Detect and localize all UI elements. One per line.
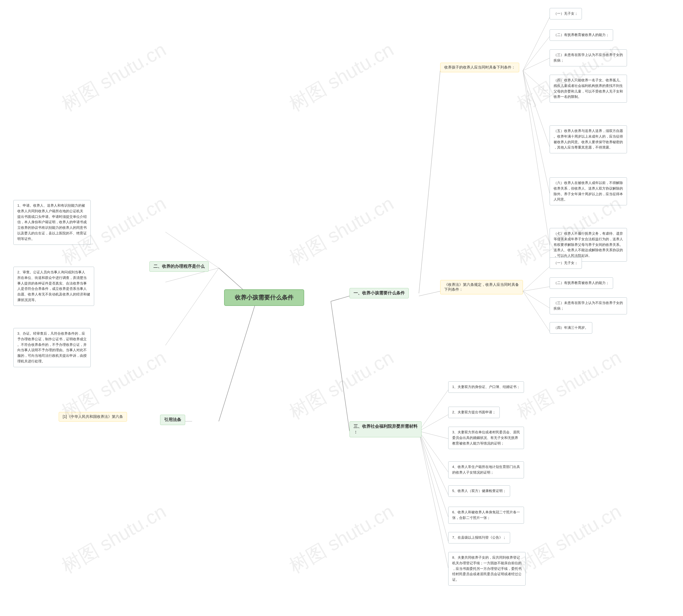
branch-2: 二、收养的办理程序是什么: [149, 261, 209, 272]
leaf-1-2: （二）有抚养教育被收养人的能力；: [550, 29, 613, 41]
leaf-1-1: （一）无子女；: [550, 8, 582, 20]
leaf-2-4: （四）年满三十周岁。: [550, 322, 592, 334]
leaf-b3-2: 2、夫妻双方提出书面申请；: [448, 407, 500, 418]
watermark-text: 树图 shutu.cn: [512, 499, 626, 579]
sub-2: 《收养法》第六条规定，收养人应当同时具备 下列条件：: [440, 280, 523, 294]
svg-line-16: [523, 291, 550, 331]
svg-line-27: [419, 431, 448, 568]
svg-line-14: [523, 287, 550, 291]
leaf-b2-2: 2、审查。公证人员向当事人询问或到当事人 所在单位、街道和群众中进行调查，弄清楚…: [13, 267, 94, 306]
svg-line-11: [523, 71, 550, 193]
leaf-b2-3: 3、办证。经审查后，凡符合收养条件的，应 予办理收养公证，制作公证书，证明收养成…: [13, 328, 91, 367]
watermark-text: 树图 shutu.cn: [512, 345, 626, 425]
svg-line-25: [419, 431, 448, 517]
svg-line-20: [419, 390, 448, 431]
leaf-1-6: （六）收养人在被收养人成年以前，不得解除 收养关系，但收养人、送养人双方协议解除…: [550, 177, 627, 205]
svg-line-4: [419, 71, 440, 293]
watermark-text: 树图 shutu.cn: [285, 499, 398, 579]
svg-line-22: [419, 431, 448, 439]
mind-map-canvas: 树图 shutu.cn 树图 shutu.cn 树图 shutu.cn 树图 s…: [0, 0, 683, 616]
leaf-2-1: （一）无子女；: [550, 257, 582, 269]
watermark-text: 树图 shutu.cn: [57, 37, 171, 117]
leaf-b3-7: 7、在县级以上报纸刊登《公告》；: [448, 532, 510, 544]
svg-line-5: [419, 291, 440, 296]
citation-branch: 引用法条: [160, 415, 185, 425]
leaf-1-7: （七）收养人不履行抚养义务，有虐待、遗弃 等侵害未成年养子女合法权益行为的，送养…: [550, 228, 627, 262]
leaf-b3-6: 6、收养人和被收养人单身免冠二寸照片各一 张，合影二寸照片一张；: [448, 507, 524, 524]
svg-line-12: [523, 71, 550, 245]
svg-line-24: [419, 431, 448, 495]
svg-line-9: [523, 71, 550, 95]
svg-line-23: [419, 431, 448, 472]
branch-1: 一、收养小孩需要什么条件: [349, 288, 409, 299]
svg-line-21: [419, 415, 448, 431]
branch-3: 三、收养社会福利院弃婴所需材料 ：: [349, 421, 422, 437]
leaf-b3-8: 8、夫妻共同收养子女的，应共同到收养登记 机关办理登记手续；一方因故不能亲自前往…: [448, 552, 526, 586]
leaf-1-4: （四）收养人只能收养一名子女。收养孤儿、 残疾儿童或者社会福利机构抚养的查找不到…: [550, 75, 627, 103]
leaf-b3-1: 1、夫妻双方的身份证、户口簿、结婚证书；: [448, 381, 524, 393]
svg-line-10: [523, 71, 550, 147]
leaf-1-5: （五）收养人收养与送养人送养，须双方自愿 。收养年满十周岁以上未成年人的，应当征…: [550, 125, 627, 153]
leaf-b3-5: 5、收养人（双方）健康检查证明；: [448, 485, 510, 497]
center-node: 收养小孩需要什么条件: [224, 289, 304, 306]
svg-line-7: [523, 37, 550, 71]
svg-line-0: [331, 296, 349, 301]
citation-label: [1]《中华人民共和国收养法》第六条: [59, 412, 127, 422]
svg-line-26: [419, 431, 448, 541]
watermark-text: 树图 shutu.cn: [57, 499, 171, 579]
svg-line-19: [165, 268, 219, 345]
leaf-b2-1: 1、申请。收养人、送养人和有识别能力的被 收养人共同到收养人户籍所在地的公证机关…: [13, 200, 91, 245]
leaf-1-3: （三）未患有在医学上认为不应当收养子女的 疾病；: [550, 49, 627, 66]
leaf-2-2: （二）有抚养教育被收养人的能力；: [550, 277, 613, 289]
svg-line-13: [523, 267, 550, 291]
leaf-b3-4: 4、收养人常住户籍所在地计划生育部门出具 的收养人子女情况的证明；: [448, 461, 524, 478]
watermark-text: 树图 shutu.cn: [285, 345, 398, 425]
watermark-text: 树图 shutu.cn: [285, 191, 398, 271]
svg-line-8: [523, 58, 550, 71]
svg-line-3: [219, 301, 256, 421]
svg-line-2: [331, 301, 349, 431]
leaf-b3-3: 3、夫妻双方所在单位或者村民委员会、居民 委员会出具的婚姻状况、有无子女和无抚养…: [448, 427, 524, 449]
leaf-2-3: （三）未患有在医学上认为不应当收养子女的 疾病；: [550, 297, 627, 314]
sub-1: 收养孩子的收养人应当同时具备下列条件：: [440, 63, 519, 72]
watermark-text: 树图 shutu.cn: [285, 37, 398, 117]
svg-line-6: [523, 17, 550, 71]
svg-line-15: [523, 291, 550, 308]
